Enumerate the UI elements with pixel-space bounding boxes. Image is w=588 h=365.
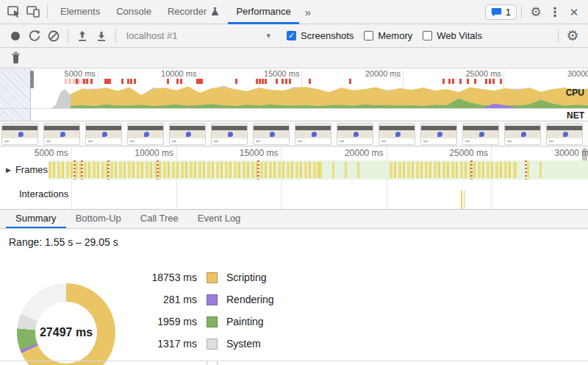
screenshot-thumbnail[interactable] xyxy=(504,123,541,145)
long-task-mark xyxy=(180,79,182,84)
legend-row: 1959 msPainting xyxy=(132,311,274,333)
record-button[interactable] xyxy=(6,26,25,46)
upload-icon xyxy=(76,30,88,42)
checkbox-icon: ✓ xyxy=(423,31,432,40)
history-select[interactable]: localhost #1 ▾ xyxy=(126,30,270,41)
tab-console[interactable]: Console xyxy=(108,1,159,24)
thumbnail-footer xyxy=(170,141,205,145)
thumbnail-page-body xyxy=(86,130,121,138)
thumbnail-footer xyxy=(421,141,456,145)
load-profile-button[interactable] xyxy=(73,26,92,46)
main-menu-button[interactable]: ⋮ xyxy=(545,2,564,21)
timeline-panel[interactable]: ▶ Frames Interactions 5000 ms10000 ms150… xyxy=(0,146,588,210)
long-task-mark xyxy=(459,79,462,84)
disclosure-triangle-icon[interactable]: ▶ xyxy=(6,166,11,174)
screenshot-thumbnail[interactable] xyxy=(546,123,583,145)
screenshot-thumbnail[interactable] xyxy=(295,123,331,145)
long-task-mark xyxy=(492,79,495,84)
timeline-tick-label: 25000 ms xyxy=(449,148,488,158)
dropped-frame-marker xyxy=(74,160,76,180)
capture-settings-button[interactable]: ⚙ xyxy=(563,26,582,46)
screenshot-thumbnail[interactable] xyxy=(253,123,290,145)
more-tabs-button[interactable]: » xyxy=(299,6,317,18)
long-task-mark xyxy=(282,79,284,84)
frames-activity-segment xyxy=(390,162,514,178)
thumbnail-page-body xyxy=(254,130,289,138)
long-task-mark xyxy=(467,79,469,84)
tab-label: Console xyxy=(116,6,151,17)
overview-tick-label: 10000 ms xyxy=(161,69,196,78)
tab-recorder[interactable]: Recorder xyxy=(159,1,228,24)
reload-and-record-button[interactable] xyxy=(25,26,44,46)
overview-tick-label: 15000 ms xyxy=(264,69,299,78)
thumbnail-footer-dash xyxy=(130,141,135,142)
legend-swatch xyxy=(207,272,218,283)
legend-label: System xyxy=(226,338,261,350)
thumbnail-footer xyxy=(44,141,79,145)
download-icon xyxy=(96,30,107,42)
settings-button[interactable]: ⚙ xyxy=(526,2,545,21)
inspect-element-button[interactable] xyxy=(4,2,24,21)
screenshot-thumbnail[interactable] xyxy=(169,123,206,145)
delete-recording-button[interactable] xyxy=(6,49,25,68)
thumbnail-page-body xyxy=(421,130,456,138)
close-devtools-button[interactable]: ✕ xyxy=(564,2,584,21)
timeline-tick-label: 10000 ms xyxy=(135,148,173,158)
thumbnail-paint-blob xyxy=(18,132,24,137)
device-toolbar-button[interactable] xyxy=(24,2,43,21)
tab-bottom-up[interactable]: Bottom-Up xyxy=(66,210,131,228)
thumbnail-footer-dash xyxy=(214,141,218,142)
trash-icon xyxy=(10,52,21,64)
thumbnail-page-body xyxy=(505,130,540,138)
legend-value: 1317 ms xyxy=(132,338,197,350)
legend-row: 281 msRendering xyxy=(132,288,274,311)
save-profile-button[interactable] xyxy=(92,26,111,46)
issues-counter[interactable]: 1 xyxy=(485,4,517,20)
long-task-mark xyxy=(285,79,287,84)
checkbox-memory[interactable]: ✓ Memory xyxy=(364,30,412,41)
cpu-track-label: CPU xyxy=(566,88,584,98)
thumbnail-footer-dash xyxy=(465,141,470,142)
screenshot-thumbnail[interactable] xyxy=(85,123,122,145)
tab-performance[interactable]: Performance xyxy=(228,1,298,24)
tab-label: Elements xyxy=(60,6,100,17)
thumbnail-footer xyxy=(254,141,289,145)
thumbnail-paint-blob xyxy=(144,132,149,137)
tab-call-tree[interactable]: Call Tree xyxy=(131,210,188,228)
long-task-mark xyxy=(452,79,454,84)
long-task-mark xyxy=(167,79,169,84)
thumbnail-footer xyxy=(505,141,540,145)
thumbnail-footer-dash xyxy=(4,141,9,142)
overview-left-handle[interactable] xyxy=(30,71,34,88)
legend-swatch xyxy=(207,294,218,305)
tab-label: Summary xyxy=(15,213,57,224)
screenshot-thumbnail[interactable] xyxy=(420,123,457,145)
screenshot-thumbnail[interactable] xyxy=(1,123,38,145)
screenshot-thumbnail[interactable] xyxy=(462,123,499,145)
thumbnail-footer-dash xyxy=(46,141,51,142)
screenshot-thumbnail[interactable] xyxy=(211,123,248,145)
gear-icon: ⚙ xyxy=(566,29,578,43)
tab-summary[interactable]: Summary xyxy=(6,210,66,228)
long-task-mark xyxy=(201,79,203,84)
screenshot-thumbnail[interactable] xyxy=(379,123,415,145)
tab-elements[interactable]: Elements xyxy=(52,1,108,24)
checkbox-web-vitals[interactable]: ✓ Web Vitals xyxy=(423,30,482,41)
legend-swatch xyxy=(207,316,218,327)
thumbnail-paint-blob xyxy=(437,132,442,137)
checkbox-screenshots[interactable]: ✓ Screenshots xyxy=(287,30,354,41)
legend-label: Painting xyxy=(226,316,264,327)
block-icon xyxy=(47,29,60,43)
overview-track[interactable]: 5000 ms10000 ms15000 ms20000 ms25000 ms3… xyxy=(0,68,588,121)
clear-button[interactable] xyxy=(44,26,63,46)
thumbnail-footer xyxy=(86,141,121,145)
record-icon xyxy=(11,32,20,40)
thumbnail-paint-blob xyxy=(102,132,107,137)
thumbnail-page-body xyxy=(212,130,247,138)
tab-event-log[interactable]: Event Log xyxy=(188,210,251,228)
screenshot-thumbnail[interactable] xyxy=(43,123,80,145)
tab-label: Bottom-Up xyxy=(76,213,121,224)
screenshot-thumbnail[interactable] xyxy=(337,123,373,145)
thumbnail-page-body xyxy=(44,130,79,138)
screenshot-thumbnail[interactable] xyxy=(127,123,164,145)
